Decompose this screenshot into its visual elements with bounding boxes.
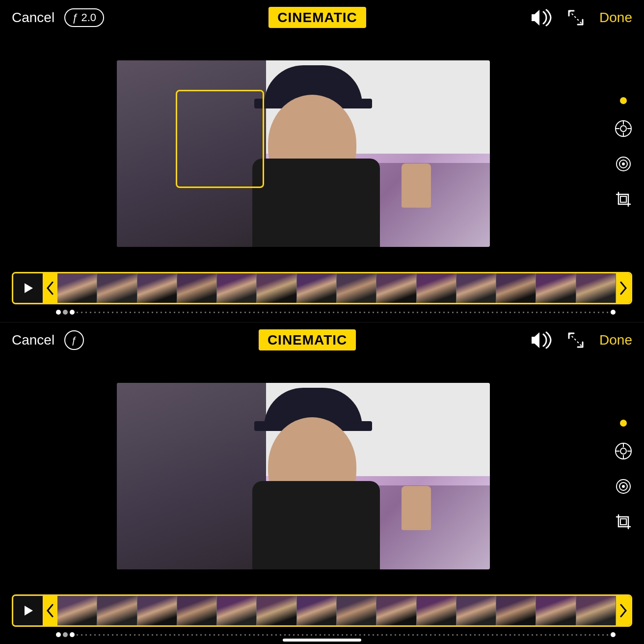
- person-hand-top: [402, 163, 431, 208]
- topbar-left-top: Cancel ƒ 2.0: [12, 8, 104, 27]
- cancel-button-top[interactable]: Cancel: [12, 10, 54, 26]
- frame-thumb-b13: [536, 596, 576, 625]
- frame-thumb-1: [57, 273, 97, 303]
- frame-thumb-b2: [97, 596, 137, 625]
- dot-line-bottom: [77, 634, 611, 636]
- frame-thumb-2: [97, 273, 137, 303]
- focus-dot-bottom[interactable]: [620, 420, 627, 427]
- tracking-icon-bottom[interactable]: [613, 476, 634, 497]
- person-hand-bottom: [402, 486, 431, 530]
- aperture-badge-top[interactable]: ƒ 2.0: [64, 8, 104, 27]
- frame-thumb-b8: [337, 596, 376, 625]
- timeline-frames-bottom: [57, 596, 616, 625]
- svg-rect-20: [620, 519, 626, 525]
- frame-thumb-b11: [456, 596, 496, 625]
- dot-b-active-3: [70, 632, 75, 637]
- dot-active-1: [56, 310, 61, 315]
- svg-point-12: [620, 448, 626, 454]
- video-content-bottom: [117, 383, 490, 569]
- video-area-bottom: [0, 358, 644, 594]
- video-bg-left-bottom: [117, 383, 266, 569]
- svg-point-8: [622, 162, 625, 165]
- frame-thumb-b12: [496, 596, 536, 625]
- frame-thumb-11: [456, 273, 496, 303]
- dot-row-top[interactable]: [56, 310, 617, 315]
- frame-thumb-b6: [257, 596, 296, 625]
- frame-thumb-10: [417, 273, 456, 303]
- timeline-frames-top: [57, 273, 616, 303]
- frame-thumb-b3: [137, 596, 177, 625]
- aperture-value-bottom: ƒ: [72, 335, 77, 346]
- tracking-icon-top[interactable]: [613, 153, 634, 175]
- frame-thumb-12: [496, 273, 536, 303]
- frame-thumb-6: [257, 273, 296, 303]
- person-body-bottom: [252, 481, 380, 569]
- topbar-right-top: Done: [531, 8, 632, 27]
- side-tools-top: [613, 97, 634, 210]
- aperture-badge-bottom[interactable]: ƒ: [64, 330, 84, 350]
- home-indicator: [283, 639, 361, 642]
- person-body-top: [252, 159, 380, 247]
- chevron-left-top[interactable]: [43, 273, 57, 303]
- frame-thumb-5: [217, 273, 257, 303]
- cinematic-title-bottom[interactable]: CINEMATIC: [259, 332, 356, 348]
- topbar-bottom: Cancel ƒ CINEMATIC: [0, 322, 644, 358]
- topbar-right-bottom: Done: [531, 330, 632, 350]
- focus-box-top[interactable]: [176, 90, 264, 188]
- frame-thumb-4: [177, 273, 217, 303]
- timeline-strip-top: [12, 272, 632, 304]
- focus-dot-top[interactable]: [620, 97, 627, 104]
- adjustment-icon-bottom[interactable]: [613, 440, 634, 462]
- svg-point-1: [620, 126, 626, 132]
- svg-marker-21: [25, 606, 33, 616]
- timeline-area-bottom: [0, 594, 644, 644]
- dot-b-end: [611, 632, 616, 637]
- frame-thumb-7: [297, 273, 337, 303]
- topbar-top: Cancel ƒ 2.0 CINEMATIC: [0, 0, 644, 35]
- frame-thumb-13: [536, 273, 576, 303]
- speaker-button-bottom[interactable]: [531, 331, 552, 349]
- dot-line-top: [77, 312, 611, 313]
- dot-b-active-2: [63, 632, 68, 637]
- frame-thumb-b10: [417, 596, 456, 625]
- video-frame-bottom: [117, 383, 490, 569]
- frame-thumb-b14: [576, 596, 616, 625]
- chevron-left-bottom[interactable]: [43, 596, 57, 625]
- speaker-button-top[interactable]: [531, 9, 552, 27]
- chevron-right-top[interactable]: [616, 273, 631, 303]
- chevron-right-bottom[interactable]: [616, 596, 631, 625]
- frame-thumb-b7: [297, 596, 337, 625]
- crop-icon-bottom[interactable]: [613, 511, 634, 533]
- dot-active-2: [63, 310, 68, 315]
- panel-top: Cancel ƒ 2.0 CINEMATIC: [0, 0, 644, 322]
- play-button-top[interactable]: [13, 273, 43, 303]
- play-button-bottom[interactable]: [13, 596, 43, 625]
- dot-end: [611, 310, 616, 315]
- video-content-top: [117, 60, 490, 247]
- side-tools-bottom: [613, 420, 634, 533]
- video-frame-top: [117, 60, 490, 247]
- cinematic-title-top[interactable]: CINEMATIC: [268, 10, 366, 26]
- frame-thumb-9: [376, 273, 416, 303]
- video-area-top: [0, 35, 644, 272]
- timeline-strip-bottom: [12, 594, 632, 627]
- svg-rect-9: [620, 196, 626, 202]
- dot-active-3: [70, 310, 75, 315]
- frame-thumb-14: [576, 273, 616, 303]
- crop-icon-top[interactable]: [613, 188, 634, 210]
- done-button-top[interactable]: Done: [599, 10, 632, 26]
- frame-thumb-3: [137, 273, 177, 303]
- topbar-left-bottom: Cancel ƒ: [12, 330, 84, 350]
- svg-point-19: [622, 485, 625, 488]
- resize-button-top[interactable]: [566, 8, 586, 27]
- adjustment-icon-top[interactable]: [613, 118, 634, 139]
- dot-b-active-1: [56, 632, 61, 637]
- frame-thumb-b4: [177, 596, 217, 625]
- timeline-area-top: [0, 272, 644, 322]
- panel-bottom: Cancel ƒ CINEMATIC: [0, 322, 644, 644]
- resize-button-bottom[interactable]: [566, 330, 586, 350]
- dot-row-bottom[interactable]: [56, 632, 617, 637]
- cancel-button-bottom[interactable]: Cancel: [12, 332, 54, 348]
- frame-thumb-b5: [217, 596, 257, 625]
- done-button-bottom[interactable]: Done: [599, 332, 632, 348]
